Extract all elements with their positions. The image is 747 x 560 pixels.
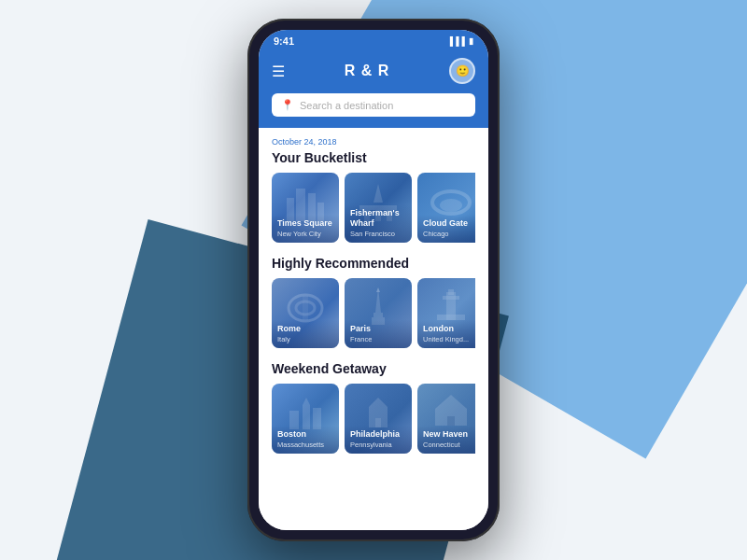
card-overlay-boston: Boston Massachusetts [272,426,339,454]
weekend-getaway-title: Weekend Getaway [272,361,475,376]
bucketlist-card-row: Times Square New York City [272,173,475,243]
card-name-london: London [423,324,475,334]
card-paris[interactable]: Paris France [345,278,412,348]
card-subname-london: United Kingd... [423,335,475,343]
card-name-new-haven: New Haven [423,429,475,440]
card-overlay-rome: Rome Italy [272,320,339,348]
weekend-getaway-card-row: Boston Massachusetts [272,384,475,454]
card-subname-cloud-gate: Chicago [423,230,475,238]
card-name-fishermans-wharf: Fisherman's Wharf [350,208,406,229]
card-subname-fishermans-wharf: San Francisco [350,230,406,238]
card-subname-rome: Italy [277,335,333,343]
card-name-paris: Paris [350,324,406,334]
card-subname-times-square: New York City [277,230,333,238]
card-subname-paris: France [350,335,406,343]
main-content: October 24, 2018 Your Bucketlist [259,128,488,530]
avatar[interactable]: 🙂 [449,58,475,84]
card-times-square[interactable]: Times Square New York City [272,173,339,243]
weekend-getaway-section: Weekend Getaway Boston [272,361,475,454]
svg-marker-25 [303,398,310,405]
card-london[interactable]: London United Kingd... [417,278,475,348]
card-overlay-times-square: Times Square New York City [272,215,339,243]
svg-marker-30 [435,395,467,409]
svg-rect-20 [448,289,454,295]
svg-rect-31 [447,416,455,426]
card-name-cloud-gate: Cloud Gate [423,218,475,229]
card-rome[interactable]: Rome Italy [272,278,339,348]
card-subname-philadelphia: Pennsylvania [350,441,406,449]
hamburger-menu-icon[interactable]: ☰ [272,63,285,80]
highly-recommended-section: Highly Recommended Rome Italy [272,256,475,348]
card-name-boston: Boston [277,429,333,440]
svg-rect-21 [437,315,465,320]
card-overlay-paris: Paris France [345,320,412,348]
date-label: October 24, 2018 [272,137,475,147]
card-cloud-gate[interactable]: Cloud Gate Chicago [417,173,475,243]
card-overlay-new-haven: New Haven Connecticut [417,426,475,454]
svg-rect-19 [443,296,459,300]
card-fishermans-wharf[interactable]: Fisherman's Wharf San Francisco [345,173,412,243]
search-bar[interactable]: 📍 Search a destination [272,93,475,117]
svg-marker-17 [376,287,380,292]
bucketlist-title: Your Bucketlist [272,150,475,165]
phone-frame: 9:41 ▐▐▐ ▮ ☰ R & R 🙂 📍 Search a destinat… [247,19,500,541]
location-pin-icon: 📍 [281,99,294,111]
svg-marker-4 [374,184,383,203]
search-container: 📍 Search a destination [259,93,488,128]
card-subname-boston: Massachusetts [277,441,333,449]
app-header: ☰ R & R 🙂 [259,50,488,93]
battery-icon: ▮ [469,36,473,46]
card-overlay-cloud-gate: Cloud Gate Chicago [417,215,475,243]
card-name-philadelphia: Philadelphia [350,429,406,440]
card-overlay-london: London United Kingd... [417,320,475,348]
avatar-icon: 🙂 [456,64,470,77]
svg-point-10 [440,199,462,212]
signal-icon: ▐▐▐ [447,36,465,46]
card-overlay-fishermans-wharf: Fisherman's Wharf San Francisco [345,204,412,243]
card-overlay-philadelphia: Philadelphia Pennsylvania [345,426,412,454]
card-boston[interactable]: Boston Massachusetts [272,384,339,454]
card-philadelphia[interactable]: Philadelphia Pennsylvania [345,384,412,454]
status-bar: 9:41 ▐▐▐ ▮ [259,30,488,50]
svg-marker-27 [369,398,388,407]
svg-rect-13 [303,296,308,320]
bucketlist-section: Your Bucketlist Times Square [272,150,475,243]
status-icons: ▐▐▐ ▮ [447,36,473,46]
highly-recommended-card-row: Rome Italy [272,278,475,348]
phone-screen: 9:41 ▐▐▐ ▮ ☰ R & R 🙂 📍 Search a destinat… [259,30,488,530]
card-new-haven[interactable]: New Haven Connecticut [417,384,475,454]
app-title: R & R [345,63,390,79]
status-time: 9:41 [274,35,294,47]
card-subname-new-haven: Connecticut [423,441,475,449]
card-name-rome: Rome [277,324,333,334]
card-name-times-square: Times Square [277,218,333,229]
search-input[interactable]: Search a destination [300,100,393,111]
svg-rect-15 [374,313,383,317]
highly-recommended-title: Highly Recommended [272,256,475,271]
